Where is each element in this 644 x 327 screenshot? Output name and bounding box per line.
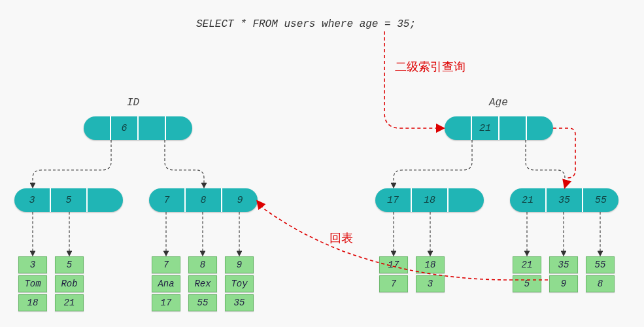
id-branch-cell: 8	[186, 188, 222, 212]
id-leaf: 7 Ana 17	[152, 256, 180, 311]
leaf-name: Rob	[55, 275, 84, 292]
id-root-cell	[139, 116, 166, 140]
leaf-age: 55	[188, 294, 217, 311]
leaf-name: Rex	[188, 275, 217, 292]
id-root-cell	[84, 116, 111, 140]
age-branch-cell: 55	[583, 188, 619, 212]
id-root-cell: 6	[111, 116, 139, 140]
leaf-id: 3	[18, 256, 47, 273]
age-root-cell	[527, 116, 553, 140]
id-branch-cell: 9	[222, 188, 258, 212]
connector-layer	[0, 0, 644, 327]
leaf-name: Ana	[152, 275, 180, 292]
leaf-age: 18	[416, 256, 445, 273]
leaf-id: 8	[188, 256, 217, 273]
age-branch-cell	[449, 188, 484, 212]
age-root-node: 21	[445, 116, 553, 140]
leaf-name: Toy	[225, 275, 254, 292]
id-branch-right: 7 8 9	[149, 188, 258, 212]
age-branch-left: 17 18	[375, 188, 484, 212]
id-branch-left: 3 5	[14, 188, 123, 212]
age-leaf: 35 9	[549, 256, 578, 292]
id-leaf: 3 Tom 18	[18, 256, 47, 311]
id-root-cell	[166, 116, 192, 140]
leaf-age: 17	[379, 256, 408, 273]
age-root-cell	[500, 116, 527, 140]
age-branch-cell: 17	[375, 188, 412, 212]
id-leaf: 9 Toy 35	[225, 256, 254, 311]
leaf-id: 5	[55, 256, 84, 273]
leaf-id: 5	[513, 275, 541, 292]
id-branch-cell: 7	[149, 188, 186, 212]
leaf-age: 17	[152, 294, 180, 311]
leaf-age: 35	[225, 294, 254, 311]
id-leaf: 5 Rob 21	[55, 256, 84, 311]
leaf-name: Tom	[18, 275, 47, 292]
age-leaf: 18 3	[416, 256, 445, 292]
age-leaf: 17 7	[379, 256, 408, 292]
leaf-id: 7	[152, 256, 180, 273]
tree-label-id: ID	[127, 97, 139, 109]
age-branch-cell: 18	[412, 188, 449, 212]
age-branch-cell: 35	[547, 188, 583, 212]
age-leaf: 21 5	[513, 256, 541, 292]
sql-query: SELECT * FROM users where age = 35;	[196, 18, 416, 30]
leaf-age: 55	[586, 256, 615, 273]
age-root-cell	[445, 116, 472, 140]
id-branch-cell: 3	[14, 188, 51, 212]
leaf-age: 35	[549, 256, 578, 273]
id-leaf: 8 Rex 55	[188, 256, 217, 311]
secondary-index-lookup-label: 二级索引查询	[395, 59, 466, 75]
leaf-id: 3	[416, 275, 445, 292]
leaf-age: 21	[513, 256, 541, 273]
leaf-id: 7	[379, 275, 408, 292]
age-root-cell: 21	[472, 116, 500, 140]
id-root-node: 6	[84, 116, 192, 140]
tree-label-age: Age	[489, 97, 508, 109]
age-leaf: 55 8	[586, 256, 615, 292]
leaf-age: 18	[18, 294, 47, 311]
leaf-id: 9	[225, 256, 254, 273]
leaf-age: 21	[55, 294, 84, 311]
leaf-id: 8	[586, 275, 615, 292]
back-table-label: 回表	[330, 230, 353, 246]
id-branch-cell	[88, 188, 123, 212]
age-branch-cell: 21	[510, 188, 547, 212]
id-branch-cell: 5	[51, 188, 88, 212]
leaf-id: 9	[549, 275, 578, 292]
age-branch-right: 21 35 55	[510, 188, 619, 212]
